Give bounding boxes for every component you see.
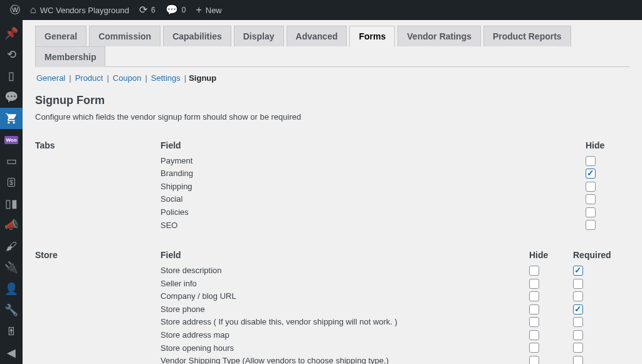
site-name-label: WC Vendors Playground xyxy=(40,6,129,15)
updates-link[interactable]: ⟳ 6 xyxy=(134,0,160,20)
pushpin-icon: 📌 xyxy=(4,26,18,40)
field-label: Vendor Shipping Type (Allow vendors to c… xyxy=(160,354,529,364)
table-row: SEO xyxy=(160,219,629,232)
separator: | xyxy=(142,73,149,83)
field-label: Seller info xyxy=(160,277,529,290)
hide-checkbox[interactable] xyxy=(529,330,539,340)
required-checkbox[interactable] xyxy=(573,356,583,364)
comment-icon: 💬 xyxy=(166,5,178,15)
menu-pages[interactable]: ▯ xyxy=(0,65,23,86)
menu-plugins[interactable]: 🔌 xyxy=(0,257,23,278)
field-label: Social xyxy=(160,193,586,206)
tab-commission[interactable]: Commission xyxy=(89,26,160,46)
wp-logo[interactable]: ⓦ xyxy=(5,0,25,20)
hide-checkbox[interactable] xyxy=(586,169,596,179)
table-row: Store address map xyxy=(160,328,629,341)
tab-membership[interactable]: Membership xyxy=(35,46,105,67)
hide-checkbox[interactable] xyxy=(586,207,596,217)
menu-payments[interactable]: $ xyxy=(0,172,23,193)
page-description: Configure which fields the vendor signup… xyxy=(35,112,629,122)
field-label: Store address map xyxy=(160,328,529,341)
tab-vendor-ratings[interactable]: Vendor Ratings xyxy=(397,26,481,46)
settings-subtabs: General|Product|Coupon|Settings|Signup xyxy=(35,73,629,83)
update-icon: ⟲ xyxy=(7,48,16,61)
subtab-coupon[interactable]: Coupon xyxy=(112,73,143,83)
page-title: Signup Form xyxy=(35,94,629,107)
field-label: Store phone xyxy=(160,303,529,316)
hide-checkbox[interactable] xyxy=(586,156,596,166)
required-checkbox[interactable] xyxy=(573,304,583,315)
hide-checkbox[interactable] xyxy=(586,220,596,230)
site-name-link[interactable]: ⌂ WC Vendors Playground xyxy=(25,0,134,20)
required-checkbox[interactable] xyxy=(573,343,583,353)
field-label: SEO xyxy=(160,219,586,232)
hide-checkbox[interactable] xyxy=(586,194,596,204)
comments-count: 0 xyxy=(182,6,186,14)
cart-icon xyxy=(5,112,18,125)
menu-products[interactable]: ▭ xyxy=(0,150,23,172)
field-label: Payment xyxy=(160,154,586,167)
hide-checkbox[interactable] xyxy=(529,279,539,289)
hide-checkbox[interactable] xyxy=(529,266,539,276)
required-checkbox[interactable] xyxy=(573,291,583,301)
plugin-icon: 🔌 xyxy=(4,261,18,274)
chart-bar-icon: ▯▮ xyxy=(5,197,18,211)
hide-checkbox[interactable] xyxy=(529,343,539,353)
table-row: Shipping xyxy=(160,180,629,193)
required-checkbox[interactable] xyxy=(573,330,583,340)
store-header-hide: Hide xyxy=(529,250,573,264)
comment-icon: 💬 xyxy=(4,90,18,104)
hide-checkbox[interactable] xyxy=(586,182,596,192)
menu-marketing[interactable]: 📣 xyxy=(0,214,23,236)
hide-checkbox[interactable] xyxy=(529,304,539,315)
menu-settings[interactable]: 🎚 xyxy=(0,321,23,342)
tabs-header-hide: Hide xyxy=(586,140,629,154)
update-icon: ⟳ xyxy=(139,5,147,15)
menu-updates[interactable]: ⟲ xyxy=(0,44,23,65)
hide-checkbox[interactable] xyxy=(529,356,539,364)
tab-display[interactable]: Display xyxy=(234,26,284,46)
menu-users[interactable]: 👤 xyxy=(0,278,23,299)
megaphone-icon: 📣 xyxy=(4,218,18,232)
required-checkbox[interactable] xyxy=(573,266,583,276)
store-header-field: Field xyxy=(160,250,529,264)
separator: | xyxy=(66,73,73,83)
required-checkbox[interactable] xyxy=(573,317,583,327)
new-content-link[interactable]: + New xyxy=(191,0,226,20)
menu-wcvendors[interactable] xyxy=(0,108,23,129)
tab-general[interactable]: General xyxy=(35,26,87,46)
settings-tabs: GeneralCommissionCapabilitiesDisplayAdva… xyxy=(35,20,629,67)
menu-collapse[interactable]: ◀ xyxy=(0,342,23,363)
section-tabs-label: Tabs xyxy=(35,140,160,250)
menu-analytics[interactable]: ▯▮ xyxy=(0,193,23,214)
hide-checkbox[interactable] xyxy=(529,291,539,301)
store-header-required: Required xyxy=(573,250,629,264)
table-row: Vendor Shipping Type (Allow vendors to c… xyxy=(160,354,629,364)
wordpress-icon: ⓦ xyxy=(10,5,20,15)
section-store-label: Store xyxy=(35,250,160,364)
archive-icon: ▭ xyxy=(6,154,17,168)
required-checkbox[interactable] xyxy=(573,279,583,289)
tab-forms[interactable]: Forms xyxy=(349,26,395,47)
table-row: Social xyxy=(160,193,629,206)
menu-comments[interactable]: 💬 xyxy=(0,86,23,108)
tab-product-reports[interactable]: Product Reports xyxy=(483,26,571,46)
collapse-icon: ◀ xyxy=(7,346,16,360)
hide-checkbox[interactable] xyxy=(529,317,539,327)
subtab-general[interactable]: General xyxy=(35,73,66,83)
menu-tools[interactable]: 🔧 xyxy=(0,299,23,321)
menu-woocommerce[interactable]: Woo xyxy=(0,129,23,150)
comments-link[interactable]: 💬 0 xyxy=(160,0,191,20)
field-label: Branding xyxy=(160,167,586,180)
menu-dashboard[interactable]: 📌 xyxy=(0,23,23,44)
field-label: Shipping xyxy=(160,180,586,193)
money-icon: $ xyxy=(8,178,15,187)
menu-appearance[interactable]: 🖌 xyxy=(0,236,23,257)
subtab-settings[interactable]: Settings xyxy=(150,73,182,83)
table-row: Seller info xyxy=(160,277,629,290)
subtab-product[interactable]: Product xyxy=(74,73,105,83)
tab-capabilities[interactable]: Capabilities xyxy=(163,26,231,46)
updates-count: 6 xyxy=(151,6,155,14)
brush-icon: 🖌 xyxy=(6,240,17,253)
tab-advanced[interactable]: Advanced xyxy=(287,26,347,46)
